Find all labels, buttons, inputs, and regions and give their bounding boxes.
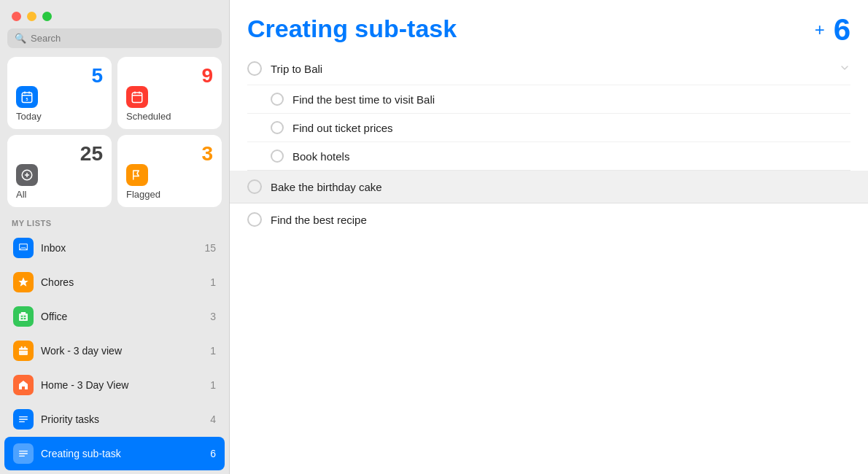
main-header: Creating sub-task + 6	[230, 0, 868, 53]
tags-section-label: Tags	[0, 471, 229, 474]
smart-list-flagged[interactable]: 3 Flagged	[117, 135, 222, 207]
my-lists-section-label: My Lists	[0, 214, 229, 230]
task-checkbox-bake-cake[interactable]	[247, 179, 262, 194]
chores-label: Chores	[41, 276, 203, 288]
subtask-row-ticket-prices[interactable]: Find out ticket prices	[247, 114, 850, 142]
search-bar[interactable]: 🔍	[7, 28, 222, 48]
creating-subtask-label: Creating sub-task	[41, 448, 203, 459]
svg-rect-14	[21, 312, 26, 314]
svg-rect-16	[24, 316, 26, 317]
inbox-icon	[13, 238, 34, 258]
today-label: Today	[16, 111, 103, 122]
priority-icon	[13, 409, 34, 430]
sidebar-item-creating-subtask[interactable]: Creating sub-task 6	[4, 437, 225, 470]
creating-subtask-count: 6	[210, 448, 216, 459]
sidebar: 🔍 5 5 Today 9	[0, 0, 230, 474]
task-checkbox-best-recipe[interactable]	[247, 212, 262, 227]
today-count: 5	[16, 66, 103, 86]
work3day-label: Work - 3 day view	[41, 345, 203, 357]
creating-subtask-icon	[13, 443, 34, 464]
task-checkbox-trip-bali[interactable]	[247, 61, 262, 76]
search-icon: 🔍	[15, 33, 26, 44]
all-icon	[16, 164, 38, 186]
all-count: 25	[16, 144, 103, 164]
subtask-text-best-time: Find the best time to visit Bali	[292, 93, 435, 106]
flagged-icon	[126, 164, 148, 186]
home3day-count: 1	[210, 379, 216, 391]
svg-rect-5	[132, 93, 142, 103]
svg-rect-13	[19, 314, 28, 321]
all-label: All	[16, 189, 103, 200]
subtask-checkbox-book-hotels[interactable]	[271, 149, 284, 163]
chores-count: 1	[210, 276, 216, 288]
smart-list-scheduled[interactable]: 9 Scheduled	[117, 57, 222, 129]
task-list: Trip to Bali Find the best time to visit…	[230, 53, 868, 236]
svg-rect-18	[24, 318, 26, 319]
minimize-button[interactable]	[27, 12, 36, 21]
subtask-checkbox-best-time[interactable]	[271, 93, 284, 106]
work3day-icon	[13, 341, 34, 361]
subtask-text-ticket-prices: Find out ticket prices	[292, 122, 393, 134]
smart-list-all[interactable]: 25 All	[7, 135, 112, 207]
task-text-bake-cake: Bake the birthday cake	[271, 181, 850, 193]
traffic-lights	[0, 0, 229, 28]
task-text-trip-bali: Trip to Bali	[271, 63, 830, 75]
task-row-trip-bali[interactable]: Trip to Bali	[247, 53, 850, 85]
search-input[interactable]	[31, 33, 214, 44]
add-task-button[interactable]: +	[815, 21, 825, 39]
close-button[interactable]	[12, 12, 21, 21]
priority-label: Priority tasks	[41, 413, 203, 425]
today-icon: 5	[16, 86, 38, 108]
chores-icon	[13, 272, 34, 292]
sidebar-item-inbox[interactable]: Inbox 15	[4, 231, 225, 265]
smart-list-today[interactable]: 5 5 Today	[7, 57, 112, 129]
scheduled-count: 9	[126, 66, 213, 86]
work3day-count: 1	[210, 345, 216, 357]
task-row-best-recipe[interactable]: Find the best recipe	[247, 203, 850, 236]
home3day-label: Home - 3 Day View	[41, 379, 203, 391]
office-count: 3	[210, 311, 216, 322]
svg-rect-21	[24, 346, 26, 349]
smart-lists-grid: 5 5 Today 9	[0, 57, 229, 214]
office-label: Office	[41, 311, 203, 322]
svg-marker-12	[18, 277, 28, 286]
home3day-icon	[13, 375, 34, 395]
inbox-count: 15	[204, 242, 216, 254]
header-right: + 6	[815, 15, 850, 45]
main-content: Creating sub-task + 6 Trip to Bali Find …	[230, 0, 868, 474]
expand-trip-bali-button[interactable]	[839, 62, 850, 76]
subtask-checkbox-ticket-prices[interactable]	[271, 121, 284, 134]
sidebar-item-home3day[interactable]: Home - 3 Day View 1	[4, 368, 225, 402]
subtask-row-best-time[interactable]: Find the best time to visit Bali	[247, 85, 850, 114]
sidebar-item-office[interactable]: Office 3	[4, 300, 225, 333]
subtask-text-book-hotels: Book hotels	[292, 150, 349, 163]
sidebar-item-priority[interactable]: Priority tasks 4	[4, 403, 225, 436]
flagged-count: 3	[126, 144, 213, 164]
task-count-badge: 6	[834, 15, 850, 45]
office-icon	[13, 306, 34, 327]
page-title: Creating sub-task	[247, 15, 457, 43]
sidebar-item-work3day[interactable]: Work - 3 day view 1	[4, 334, 225, 368]
inbox-label: Inbox	[41, 242, 197, 254]
maximize-button[interactable]	[42, 12, 52, 21]
flagged-label: Flagged	[126, 189, 213, 200]
scheduled-icon	[126, 86, 148, 108]
svg-rect-20	[21, 346, 23, 349]
priority-count: 4	[210, 413, 216, 425]
svg-rect-19	[19, 348, 28, 355]
lists-container: Inbox 15 Chores 1	[0, 230, 229, 471]
sidebar-item-chores[interactable]: Chores 1	[4, 265, 225, 299]
subtask-row-book-hotels[interactable]: Book hotels	[247, 142, 850, 171]
scheduled-label: Scheduled	[126, 111, 213, 122]
task-text-best-recipe: Find the best recipe	[271, 214, 850, 226]
svg-rect-15	[21, 316, 23, 317]
svg-text:5: 5	[26, 97, 28, 101]
svg-rect-17	[21, 318, 23, 319]
task-row-bake-cake[interactable]: Bake the birthday cake	[230, 171, 868, 203]
